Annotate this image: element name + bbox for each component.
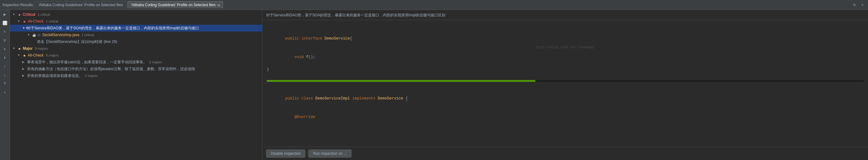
settings-icon[interactable]: ⚙ — [851, 2, 858, 7]
expand-arrow-creator — [22, 74, 26, 78]
code-line-7: @Override — [267, 108, 864, 126]
transaction-rule-label: 事务场景中，抛出异常被catch后，如果需要回滚，一定要手动回滚事务。 2 ma… — [27, 60, 162, 65]
description-area: 对于Service和DAO类，基于SOA的理念，暴露出来的服务一定是接口，内部的… — [262, 10, 868, 20]
down-arrow-icon[interactable]: ↓ — [2, 72, 8, 78]
tree-item-major[interactable]: ■ Major 9 majors — [10, 45, 262, 52]
ali-check-major-icon: ■ — [22, 53, 27, 57]
tree-item-ali-check-critical[interactable]: ■ Ali-Check 1 critical — [10, 18, 262, 25]
ali-check-critical-icon: ■ — [22, 19, 27, 24]
tree-item-abstract-rule[interactable]: 所有的抽象方法（包括接口中的方法）必须用javadoc注释、除了返回值、参数、异… — [10, 65, 262, 72]
bottom-buttons: Disable inspection Run inspection on ... — [262, 147, 868, 160]
soa-rule-label: 对于Service和DAO类，基于SOA的理念，暴露出来的服务一定是接口，内部的… — [27, 26, 199, 31]
expand-arrow-major — [12, 47, 16, 50]
expand-arrow-seckill — [27, 33, 31, 37]
close-icon[interactable]: ✕ — [859, 2, 866, 7]
help-icon[interactable]: ? — [2, 80, 8, 87]
code-area[interactable]: http://blog.csdn.net/fuzhong2 public int… — [262, 20, 868, 147]
filter-icon[interactable]: ▽ — [2, 37, 8, 44]
code-line-3: } — [267, 66, 864, 73]
sort-icon[interactable]: ⇅ — [2, 46, 8, 53]
code-line-1: public interface DemoService{ — [267, 29, 864, 48]
major-label: Major 9 majors — [23, 46, 48, 51]
export-icon[interactable]: ⬜ — [2, 20, 8, 27]
tab-2[interactable]: 'Alibaba Coding Guidelines' Profile on S… — [127, 1, 223, 8]
ali-check-critical-label: Ali-Check 1 critical — [28, 19, 58, 24]
expand-arrow-critical — [12, 13, 16, 16]
import-icon[interactable]: ⬇ — [2, 54, 8, 61]
tree-item-creator-rule[interactable]: 所有的类都必须添加创建者信息。 2 majors — [10, 72, 262, 79]
expand-all-icon[interactable]: ≡ — [2, 28, 8, 35]
up-arrow-icon[interactable]: ↑ — [2, 63, 8, 70]
critical-label: Critical 1 critical — [23, 12, 50, 17]
major-severity-icon: ■ — [17, 46, 22, 51]
expand-arrow-ali-check — [17, 20, 21, 23]
code-line-2: void f(); — [267, 48, 864, 66]
critical-severity-icon: ■ — [17, 12, 22, 17]
left-toolbar: ▶ ⬜ ≡ ▽ ⇅ ⬇ ↑ ↓ ? ✦ — [0, 10, 10, 160]
progress-bar-fill — [267, 80, 535, 82]
expand-arrow-soa: ▼ — [22, 26, 26, 30]
top-bar-icons: ⚙ ✕ — [851, 2, 866, 7]
tree-item-ali-check-major[interactable]: ■ Ali-Check 9 majors — [10, 52, 262, 59]
seckill-file-label: ⊙ SeckillServiceImp.java 1 critical — [38, 33, 94, 37]
abstract-rule-label: 所有的抽象方法（包括接口中的方法）必须用javadoc注释、除了返回值、参数、异… — [27, 66, 195, 72]
main-layout: ▶ ⬜ ≡ ▽ ⇅ ⬇ ↑ ↓ ? ✦ ■ Critical 1 critica… — [0, 10, 868, 160]
disable-inspection-button[interactable]: Disable inspection — [266, 150, 305, 158]
code-line-4 — [267, 73, 864, 79]
run-icon[interactable]: ▶ — [2, 11, 8, 18]
progress-bar-area — [267, 80, 864, 82]
bulb-icon[interactable]: ✦ — [2, 89, 8, 96]
creator-rule-label: 所有的类都必须添加创建者信息。 2 majors — [27, 73, 98, 78]
top-bar: Inspection Results: 'Alibaba Coding Guid… — [0, 0, 868, 10]
tree-item-seckill-file[interactable]: ☕ ⊙ SeckillServiceImp.java 1 critical — [10, 31, 262, 38]
expand-arrow-abstract — [22, 67, 26, 71]
tab-1[interactable]: 'Alibaba Coding Guidelines' Profile on S… — [35, 1, 126, 8]
expand-arrow-ali-check-major — [17, 53, 21, 57]
right-panel: 对于Service和DAO类，基于SOA的理念，暴露出来的服务一定是接口，内部的… — [262, 10, 868, 160]
code-line-6: public class DemoServiceImpl implements … — [267, 89, 864, 108]
inspection-results-label: Inspection Results: — [2, 3, 34, 7]
description-text: 对于Service和DAO类，基于SOA的理念，暴露出来的服务一定是接口，内部的… — [266, 13, 445, 17]
expand-arrow-transaction — [22, 60, 26, 64]
java-file-icon: ☕ — [32, 33, 36, 37]
line29-label: 类名【SeckillServiceImp】应以Impl结尾 (line 29) — [37, 39, 117, 45]
code-line-0 — [267, 23, 864, 29]
tree-item-soa-rule[interactable]: ▼ 对于Service和DAO类，基于SOA的理念，暴露出来的服务一定是接口，内… — [10, 25, 262, 31]
tree-item-transaction-rule[interactable]: 事务场景中，抛出异常被catch后，如果需要回滚，一定要手动回滚事务。 2 ma… — [10, 59, 262, 65]
run-inspection-button[interactable]: Run inspection on ... — [308, 150, 351, 158]
code-line-5 — [267, 83, 864, 89]
tree-item-critical[interactable]: ■ Critical 1 critical — [10, 11, 262, 18]
tab-arrow-icon: ◀ — [217, 3, 220, 7]
ali-check-major-label: Ali-Check 9 majors — [28, 53, 59, 57]
tree-item-line29[interactable]: 类名【SeckillServiceImp】应以Impl结尾 (line 29) — [10, 38, 262, 45]
tree-panel: ■ Critical 1 critical ■ Ali-Check 1 crit… — [10, 10, 262, 160]
